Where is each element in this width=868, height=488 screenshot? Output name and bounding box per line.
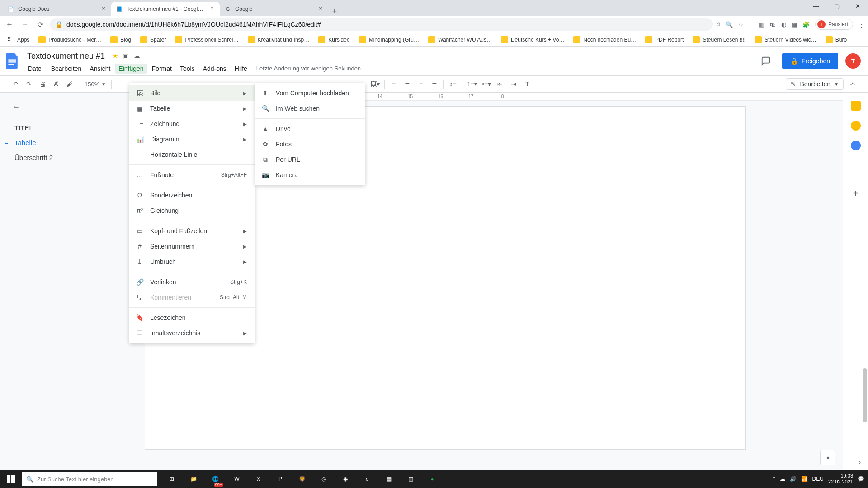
menu-item-horizontale-linie[interactable]: — Horizontale Linie — [129, 147, 255, 162]
move-icon[interactable]: ▣ — [123, 52, 129, 60]
menu-tools[interactable]: Tools — [176, 64, 198, 74]
menu-hilfe[interactable]: Hilfe — [231, 64, 251, 74]
bookmark-item[interactable]: Steuern Lesen !!!! — [689, 34, 749, 46]
align-left-button[interactable]: ≡ — [387, 78, 400, 90]
spotify-button[interactable]: ● — [421, 470, 443, 488]
menu-item-diagramm[interactable]: 📊 Diagramm ▶ — [129, 131, 255, 147]
bookmark-item[interactable]: Steuern Videos wic… — [751, 34, 820, 46]
address-bar[interactable]: 🔒 docs.google.com/document/d/1hUH8k6h7Lb… — [50, 18, 713, 31]
align-right-button[interactable]: ≡ — [415, 78, 427, 90]
eye-icon[interactable]: ◐ — [781, 21, 786, 28]
menu-item-bild[interactable]: 🖼 Bild ▶ — [129, 85, 255, 101]
share-button[interactable]: 🔒 Freigeben — [782, 53, 838, 69]
tasks-icon[interactable] — [851, 141, 861, 150]
menu-item-verlinken[interactable]: 🔗 Verlinken Strg+K — [129, 274, 255, 290]
new-tab-button[interactable]: + — [328, 7, 341, 16]
menu-item-seitennummern[interactable]: # Seitennummern ▶ — [129, 239, 255, 254]
apps-button[interactable]: ⠿Apps — [4, 34, 33, 46]
editing-mode-button[interactable]: ✎ Bearbeiten ▼ — [786, 78, 844, 90]
minimize-button[interactable]: — — [806, 0, 826, 14]
bookmark-item[interactable]: Noch hochladen Bu… — [570, 34, 640, 46]
submenu-item-im-web-suchen[interactable]: 🔍 Im Web suchen — [255, 101, 365, 116]
submenu-item-per-url[interactable]: ⧉ Per URL — [255, 152, 365, 167]
bulleted-list-button[interactable]: •≡▾ — [480, 78, 493, 90]
menu-format[interactable]: Format — [148, 64, 175, 74]
menu-item-inhaltsverzeichnis[interactable]: ☰ Inhaltsverzeichnis ▶ — [129, 325, 255, 341]
outline-collapse-button[interactable]: ← — [12, 103, 124, 112]
clear-formatting-button[interactable]: T — [521, 78, 533, 90]
notepad-button[interactable]: ▥ — [400, 470, 421, 488]
zoom-select[interactable]: 150%▼ — [82, 81, 108, 88]
bookmark-item[interactable]: Mindmapping (Gru… — [355, 34, 423, 46]
align-center-button[interactable]: ≣ — [401, 78, 414, 90]
increase-indent-button[interactable]: ⇥ — [507, 78, 520, 90]
spellcheck-button[interactable]: Ⱥ — [50, 78, 62, 90]
menu-item-sonderzeichen[interactable]: Ω Sonderzeichen — [129, 188, 255, 203]
document-title[interactable]: Textdokument neu #1 — [24, 51, 108, 62]
show-side-panel-button[interactable]: › — [859, 459, 861, 465]
menu-item-lesezeichen[interactable]: 🔖 Lesezeichen — [129, 310, 255, 325]
tray-overflow-button[interactable]: ˄ — [773, 476, 775, 482]
profile-button[interactable]: T Pausiert — [815, 19, 853, 30]
collapse-toolbar-button[interactable]: ㅅ — [846, 78, 859, 90]
menu-item-gleichung[interactable]: π² Gleichung — [129, 203, 255, 218]
browser-tab[interactable]: G Google × — [220, 2, 328, 16]
scrollbar-thumb[interactable] — [863, 368, 867, 422]
print-button[interactable]: 🖨 — [36, 78, 49, 90]
menu-icon[interactable]: ⋮ — [859, 21, 864, 28]
insert-image-button[interactable]: 🖼▾ — [368, 78, 382, 90]
wifi-icon[interactable]: 📶 — [801, 476, 808, 482]
obs-button[interactable]: ◎ — [313, 470, 335, 488]
last-edit-link[interactable]: Letzte Änderung vor wenigen Sekunden — [256, 65, 361, 72]
cart-icon[interactable]: 🛍 — [770, 21, 776, 28]
bookmark-item[interactable]: Professionell Schrei… — [171, 34, 242, 46]
bookmark-item[interactable]: Kursidee — [315, 34, 353, 46]
language-indicator[interactable]: DEU — [812, 476, 824, 482]
calendar-icon[interactable] — [851, 101, 861, 111]
add-on-button[interactable]: + — [853, 188, 859, 199]
undo-button[interactable]: ↶ — [9, 78, 22, 90]
numbered-list-button[interactable]: 1≡▾ — [465, 78, 479, 90]
app-button[interactable]: ▤ — [378, 470, 400, 488]
account-avatar[interactable]: T — [845, 53, 861, 69]
taskbar-search[interactable]: 🔍 Zur Suche Text hier eingeben — [22, 472, 157, 486]
close-window-button[interactable]: ✕ — [847, 0, 868, 14]
menu-item-kopf-und-fu-zeilen[interactable]: ▭ Kopf- und Fußzeilen ▶ — [129, 223, 255, 239]
back-button[interactable]: ← — [4, 19, 15, 30]
notifications-button[interactable]: 💬 — [858, 476, 864, 482]
menu-item-zeichnung[interactable]: 〰 Zeichnung ▶ — [129, 116, 255, 131]
forward-button[interactable]: → — [19, 19, 31, 30]
browser-tab[interactable]: 📘 Textdokument neu #1 - Google D × — [111, 2, 220, 16]
start-button[interactable] — [0, 470, 22, 488]
menu-item-umbruch[interactable]: ⤓ Umbruch ▶ — [129, 254, 255, 269]
submenu-item-fotos[interactable]: ✿ Fotos — [255, 136, 365, 152]
menu-item-kommentieren[interactable]: 🗨 Kommentieren Strg+Alt+M — [129, 290, 255, 305]
ext-icon[interactable]: ▦ — [792, 21, 797, 28]
open-comments-button[interactable] — [757, 52, 775, 70]
powerpoint-button[interactable]: P — [269, 470, 291, 488]
docs-logo-icon[interactable] — [4, 52, 22, 70]
edge2-button[interactable]: e — [356, 470, 378, 488]
close-icon[interactable]: × — [100, 6, 107, 12]
star-icon[interactable]: ★ — [112, 52, 118, 60]
outline-item[interactable]: TITEL — [12, 120, 124, 135]
redo-button[interactable]: ↷ — [23, 78, 35, 90]
reload-button[interactable]: ⟳ — [34, 19, 46, 30]
qr-icon[interactable]: ▥ — [759, 21, 764, 28]
chrome-button[interactable]: ◉ — [335, 470, 356, 488]
submenu-item-drive[interactable]: ▲ Drive — [255, 121, 365, 136]
outline-item[interactable]: Tabelle — [12, 135, 124, 150]
explore-button[interactable]: ✦ — [820, 450, 835, 465]
menu-datei[interactable]: Datei — [24, 64, 47, 74]
word-button[interactable]: W — [226, 470, 248, 488]
task-view-button[interactable]: ⊞ — [161, 470, 183, 488]
bookmark-item[interactable]: PDF Report — [642, 34, 687, 46]
bookmark-item[interactable]: Wahlfächer WU Aus… — [425, 34, 495, 46]
menu-item-fu-note[interactable]: … Fußnote Strg+Alt+F — [129, 167, 255, 183]
install-icon[interactable]: ⎙ — [717, 21, 720, 28]
browser-tab[interactable]: 📄 Google Docs × — [3, 2, 111, 16]
align-justify-button[interactable]: ≣ — [428, 78, 441, 90]
close-icon[interactable]: × — [317, 6, 324, 12]
bookmark-star-icon[interactable]: ☆ — [738, 21, 744, 28]
bookmark-item[interactable]: Später — [137, 34, 170, 46]
